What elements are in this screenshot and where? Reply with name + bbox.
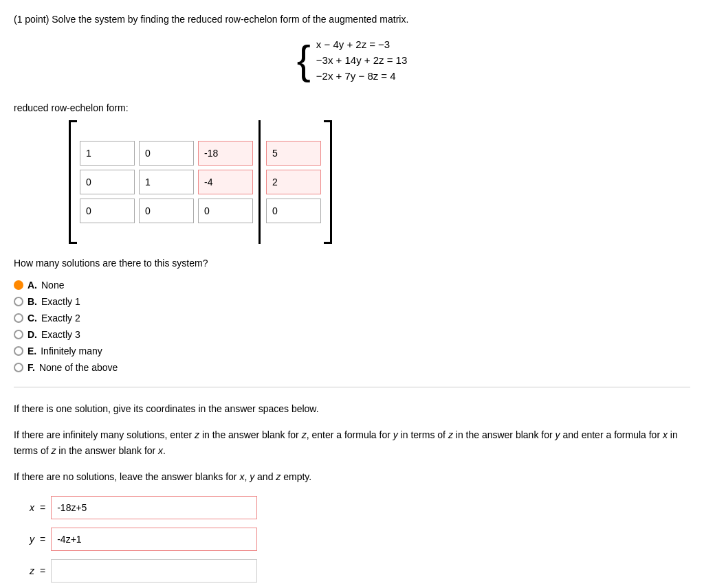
eq1-left: x − 4y + 2z: [316, 38, 366, 50]
z-input[interactable]: [51, 559, 257, 583]
radio-C[interactable]: [14, 313, 23, 323]
eq2-right: = 13: [387, 54, 408, 66]
option-F-text: None of the above: [39, 362, 118, 373]
matrix-r2c4[interactable]: [266, 170, 321, 194]
radio-E[interactable]: [14, 346, 23, 356]
option-C-text: Exactly 2: [41, 313, 80, 324]
equation-system: { x − 4y + 2z = −3 −3x + 14y + 2z = 13 −…: [14, 38, 690, 82]
question-text: How many solutions are there to this sys…: [14, 258, 690, 269]
option-E[interactable]: E. Infinitely many: [14, 346, 690, 357]
y-label: y: [14, 534, 34, 545]
radio-B[interactable]: [14, 297, 23, 306]
matrix-r1c1[interactable]: [80, 141, 135, 166]
option-E-label: E.: [28, 346, 36, 357]
matrix-right-col: [266, 141, 321, 223]
option-D[interactable]: D. Exactly 3: [14, 329, 690, 340]
option-B-label: B.: [28, 296, 37, 307]
option-D-text: Exactly 3: [41, 329, 80, 340]
option-E-text: Infinitely many: [41, 346, 102, 357]
option-C[interactable]: C. Exactly 2: [14, 313, 690, 324]
option-A-text: None: [41, 280, 64, 291]
option-A-label: A.: [28, 280, 37, 291]
matrix-r2c1[interactable]: [80, 170, 135, 194]
option-A[interactable]: A. None: [14, 280, 690, 291]
instruction-2: If there are infinitely many solutions, …: [14, 427, 690, 458]
option-D-label: D.: [28, 329, 37, 340]
matrix-r1c4[interactable]: [266, 141, 321, 166]
eq1-right: = −3: [369, 38, 390, 50]
radio-A[interactable]: [14, 280, 23, 290]
radio-D[interactable]: [14, 330, 23, 339]
matrix-r2c2[interactable]: [139, 170, 194, 194]
eq3-left: −2x + 7y − 8z: [316, 70, 378, 82]
options-list: A. None B. Exactly 1 C. Exactly 2 D. Exa…: [14, 280, 690, 373]
section-divider: [14, 387, 690, 387]
x-input[interactable]: [51, 496, 257, 519]
x-answer-row: x =: [14, 496, 690, 519]
matrix-r3c1[interactable]: [80, 199, 135, 223]
y-eq-sign: =: [40, 534, 45, 545]
y-input[interactable]: [51, 528, 257, 551]
matrix-r3c4[interactable]: [266, 199, 321, 223]
z-eq-sign: =: [40, 565, 45, 576]
option-B-text: Exactly 1: [41, 296, 80, 307]
z-answer-row: z =: [14, 559, 690, 583]
matrix-divider: [258, 120, 261, 244]
equation-2: −3x + 14y + 2z = 13: [316, 54, 407, 66]
rref-section: reduced row-echelon form:: [14, 102, 690, 244]
matrix-r3c2[interactable]: [139, 199, 194, 223]
matrix-container: [69, 120, 690, 244]
option-F-label: F.: [28, 362, 35, 373]
matrix-r3c3[interactable]: [198, 199, 253, 223]
matrix-r1c2[interactable]: [139, 141, 194, 166]
instruction-1: If there is one solution, give its coord…: [14, 401, 690, 416]
option-C-label: C.: [28, 313, 37, 324]
matrix-r1c3[interactable]: [198, 141, 253, 166]
equation-1: x − 4y + 2z = −3: [316, 38, 407, 50]
z-label: z: [14, 565, 34, 576]
matrix-r2c3[interactable]: [198, 170, 253, 194]
x-label: x: [14, 502, 34, 513]
option-B[interactable]: B. Exactly 1: [14, 296, 690, 307]
eq3-right: = 4: [381, 70, 395, 82]
equation-3: −2x + 7y − 8z = 4: [316, 70, 407, 82]
option-F[interactable]: F. None of the above: [14, 362, 690, 373]
equations-list: x − 4y + 2z = −3 −3x + 14y + 2z = 13 −2x…: [316, 38, 407, 82]
bracket-left: [69, 120, 77, 244]
bracket-right: [324, 120, 332, 244]
rref-label: reduced row-echelon form:: [14, 102, 690, 113]
matrix-left-cols: [80, 141, 253, 223]
radio-F[interactable]: [14, 363, 23, 372]
brace-symbol: {: [297, 38, 311, 82]
y-answer-row: y =: [14, 528, 690, 551]
problem-title: (1 point) Solve the system by finding th…: [14, 14, 690, 25]
instruction-3: If there are no solutions, leave the ans…: [14, 469, 690, 484]
x-eq-sign: =: [40, 502, 45, 513]
eq2-left: −3x + 14y + 2z: [316, 54, 384, 66]
